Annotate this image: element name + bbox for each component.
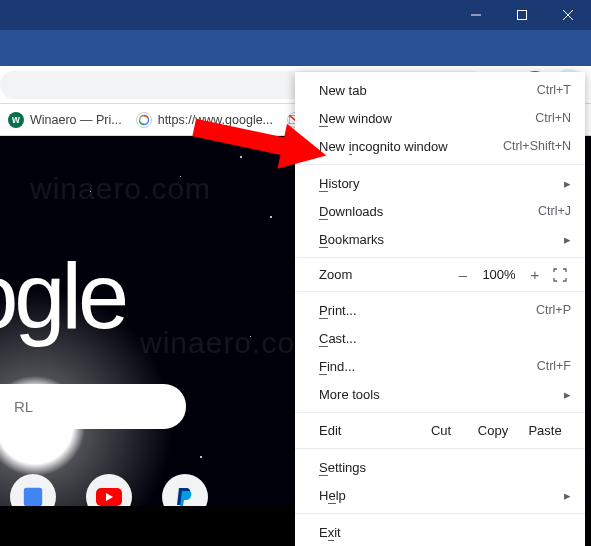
tab-strip[interactable]: [0, 30, 591, 66]
fullscreen-button[interactable]: [549, 268, 571, 282]
zoom-label: Zoom: [319, 267, 449, 282]
menu-label: More tools: [319, 387, 564, 402]
menu-label: Settings: [319, 460, 571, 475]
menu-separator: [295, 164, 585, 165]
menu-exit[interactable]: Exit: [295, 518, 585, 546]
shortcut-paypal[interactable]: [162, 474, 208, 506]
menu-label: Print...: [319, 303, 536, 318]
menu-label: Help: [319, 488, 564, 503]
menu-label: Bookmarks: [319, 232, 564, 247]
chevron-right-icon: ▸: [564, 488, 571, 503]
menu-shortcut: Ctrl+P: [536, 303, 571, 317]
chevron-right-icon: ▸: [564, 387, 571, 402]
shortcut-youtube[interactable]: [86, 474, 132, 506]
menu-bookmarks[interactable]: Bookmarks ▸: [295, 225, 585, 253]
menu-separator: [295, 291, 585, 292]
chevron-right-icon: ▸: [564, 232, 571, 247]
menu-label: New tab: [319, 83, 537, 98]
menu-separator: [295, 448, 585, 449]
menu-shortcut: Ctrl+Shift+N: [503, 139, 571, 153]
search-box[interactable]: RL: [0, 384, 186, 429]
menu-label: Cast...: [319, 331, 571, 346]
menu-shortcut: Ctrl+N: [535, 111, 571, 125]
menu-label: Find...: [319, 359, 537, 374]
zoom-value: 100%: [477, 267, 521, 282]
paste-button[interactable]: Paste: [519, 423, 571, 438]
svg-rect-1: [518, 11, 527, 20]
bookmark-label: Winaero — Pri...: [30, 113, 122, 127]
bookmark-item-google[interactable]: https://www.google...: [136, 112, 273, 128]
menu-shortcut: Ctrl+J: [538, 204, 571, 218]
menu-help[interactable]: Help ▸: [295, 481, 585, 509]
menu-label: Downloads: [319, 204, 538, 219]
zoom-in-button[interactable]: +: [521, 266, 549, 283]
menu-new-tab[interactable]: New tab Ctrl+T: [295, 76, 585, 104]
chevron-right-icon: ▸: [564, 176, 571, 191]
favicon-google: [136, 112, 152, 128]
shortcut-row: [0, 474, 208, 506]
menu-separator: [295, 412, 585, 413]
menu-new-incognito[interactable]: New incognito window Ctrl+Shift+N: [295, 132, 585, 160]
copy-button[interactable]: Copy: [467, 423, 519, 438]
favicon-winaero: w: [8, 112, 24, 128]
cut-button[interactable]: Cut: [415, 423, 467, 438]
menu-print[interactable]: Print... Ctrl+P: [295, 296, 585, 324]
shortcut-item[interactable]: [10, 474, 56, 506]
menu-more-tools[interactable]: More tools ▸: [295, 380, 585, 408]
minimize-button[interactable]: [453, 0, 499, 30]
menu-settings[interactable]: Settings: [295, 453, 585, 481]
menu-separator: [295, 257, 585, 258]
chrome-menu: New tab Ctrl+T New window Ctrl+N New inc…: [295, 72, 585, 546]
close-button[interactable]: [545, 0, 591, 30]
menu-shortcut: Ctrl+T: [537, 83, 571, 97]
menu-shortcut: Ctrl+F: [537, 359, 571, 373]
menu-edit-row: Edit Cut Copy Paste: [295, 417, 585, 444]
bookmark-item-winaero[interactable]: w Winaero — Pri...: [8, 112, 122, 128]
menu-find[interactable]: Find... Ctrl+F: [295, 352, 585, 380]
window-titlebar: [0, 0, 591, 30]
menu-label: History: [319, 176, 564, 191]
google-logo: oogle: [0, 244, 125, 349]
svg-rect-10: [24, 488, 42, 506]
bookmark-label: https://www.google...: [158, 113, 273, 127]
menu-label: New incognito window: [319, 139, 503, 154]
menu-label: Exit: [319, 525, 571, 540]
maximize-button[interactable]: [499, 0, 545, 30]
zoom-out-button[interactable]: –: [449, 266, 477, 283]
menu-zoom-row: Zoom – 100% +: [295, 262, 585, 287]
menu-cast[interactable]: Cast...: [295, 324, 585, 352]
menu-separator: [295, 513, 585, 514]
menu-downloads[interactable]: Downloads Ctrl+J: [295, 197, 585, 225]
menu-history[interactable]: History ▸: [295, 169, 585, 197]
menu-label: New window: [319, 111, 535, 126]
menu-new-window[interactable]: New window Ctrl+N: [295, 104, 585, 132]
edit-label: Edit: [319, 423, 415, 438]
